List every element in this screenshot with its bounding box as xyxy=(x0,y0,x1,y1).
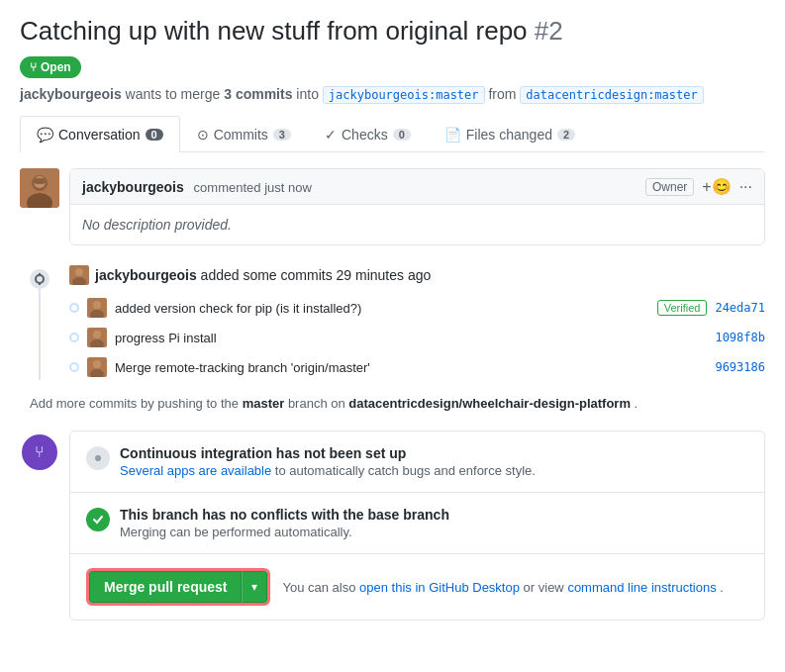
branch-check-title: This branch has no conflicts with the ba… xyxy=(120,507,748,523)
verified-badge-0: Verified xyxy=(657,300,708,316)
merge-button-highlight: Merge pull request ▾ xyxy=(86,568,270,606)
owner-badge: Owner xyxy=(645,178,694,196)
commits-section: jackybourgeois added some commits 29 min… xyxy=(20,265,765,380)
head-branch-tag: datacentricdesign:master xyxy=(520,86,703,104)
merge-author: jackybourgeois wants to merge 3 commits … xyxy=(20,86,704,102)
tab-files-changed[interactable]: 📄 Files changed 2 xyxy=(428,116,592,152)
avatar xyxy=(20,168,59,208)
comment-header: jackybourgeois commented just now Owner … xyxy=(70,169,764,205)
commit-sha-0[interactable]: 24eda71 xyxy=(715,301,765,315)
add-emoji-button[interactable]: +😊 xyxy=(702,177,731,196)
tab-commits[interactable]: ⊙ Commits 3 xyxy=(180,116,308,152)
ci-check-text: Continuous integration has not been set … xyxy=(120,445,748,478)
commit-message-0: added version check for pip (is it insta… xyxy=(115,301,649,316)
tab-checks[interactable]: ✓ Checks 0 xyxy=(308,116,428,152)
commits-author: jackybourgeois added some commits 29 min… xyxy=(95,267,431,283)
commit-message-1: progress Pi install xyxy=(115,331,707,345)
merge-note: You can also open this in GitHub Desktop… xyxy=(282,580,723,595)
branch-check-row: This branch has no conflicts with the ba… xyxy=(70,493,764,554)
commit-actions-1: 1098f8b xyxy=(715,331,765,344)
tab-conversation[interactable]: 💬 Conversation 0 xyxy=(20,116,180,152)
commit-row-2: Merge remote-tracking branch 'origin/mas… xyxy=(69,354,765,380)
merge-section: ⑂ Continuous integration has not been se… xyxy=(20,431,765,621)
dropdown-arrow-icon: ▾ xyxy=(251,580,257,594)
ci-check-title: Continuous integration has not been set … xyxy=(120,445,748,461)
svg-point-21 xyxy=(95,455,101,461)
ci-check-link[interactable]: Several apps are available xyxy=(120,463,271,478)
github-desktop-link[interactable]: open this in GitHub Desktop xyxy=(359,580,520,595)
commit-row-0: added version check for pip (is it insta… xyxy=(69,295,765,321)
commit-sha-2[interactable]: 9693186 xyxy=(715,360,765,374)
merge-checks-box: Continuous integration has not been set … xyxy=(69,431,765,621)
svg-point-9 xyxy=(75,268,83,276)
files-icon: 📄 xyxy=(444,127,461,143)
commit-list: added version check for pip (is it insta… xyxy=(69,295,765,380)
commit-message-2: Merge remote-tracking branch 'origin/mas… xyxy=(115,360,707,375)
commit-actions-2: 9693186 xyxy=(715,360,765,374)
ci-check-row: Continuous integration has not been set … xyxy=(70,432,764,493)
commit-dot-0 xyxy=(69,303,79,313)
tab-checks-label: Checks xyxy=(342,127,388,143)
comment-body: No description provided. xyxy=(70,205,764,244)
ci-check-icon xyxy=(86,446,110,470)
svg-point-15 xyxy=(93,331,101,338)
command-line-link[interactable]: command line instructions xyxy=(567,580,716,595)
tab-files-label: Files changed xyxy=(466,127,552,143)
svg-point-12 xyxy=(93,301,101,309)
repo-link[interactable]: datacentricdesign/wheelchair-design-plat… xyxy=(348,396,631,411)
merge-git-icon: ⑂ xyxy=(22,434,57,470)
tab-commits-label: Commits xyxy=(214,127,268,143)
merge-button-row: Merge pull request ▾ You can also open t… xyxy=(70,554,764,620)
commit-sha-1[interactable]: 1098f8b xyxy=(715,331,765,344)
commit-dot-2 xyxy=(69,362,79,372)
commits-content: jackybourgeois added some commits 29 min… xyxy=(69,265,765,380)
pr-subtitle: ⑂ Open jackybourgeois wants to merge 3 c… xyxy=(20,56,765,102)
open-badge: ⑂ Open xyxy=(20,56,81,78)
merge-btn-group: Merge pull request ▾ xyxy=(89,571,267,603)
commits-author-line: jackybourgeois added some commits 29 min… xyxy=(69,265,765,285)
commits-icon: ⊙ xyxy=(197,127,209,143)
ci-check-subtitle: Several apps are available to automatica… xyxy=(120,463,748,478)
merge-dropdown-button[interactable]: ▾ xyxy=(242,571,267,603)
comment-body-text: No description provided. xyxy=(82,217,232,233)
commit-actions-0: Verified 24eda71 xyxy=(657,300,765,316)
comment-author: jackybourgeois xyxy=(82,179,184,195)
commit-section-icon xyxy=(30,269,49,289)
comment-time: commented just now xyxy=(194,180,312,195)
checks-icon: ✓ xyxy=(325,127,337,143)
tab-checks-count: 0 xyxy=(393,129,411,141)
tab-conversation-count: 0 xyxy=(146,129,163,141)
comment-header-right: Owner +😊 ··· xyxy=(645,177,752,196)
svg-point-5 xyxy=(36,275,44,283)
tab-commits-count: 3 xyxy=(273,129,291,141)
merge-icon-col: ⑂ xyxy=(20,431,59,621)
timeline-left xyxy=(20,265,59,380)
comment-section: jackybourgeois commented just now Owner … xyxy=(20,168,765,245)
tabs-bar: 💬 Conversation 0 ⊙ Commits 3 ✓ Checks 0 … xyxy=(20,116,765,152)
commit-dot-1 xyxy=(69,333,79,342)
comment-author-info: jackybourgeois commented just now xyxy=(82,179,312,195)
pr-number: #2 xyxy=(535,16,563,46)
conversation-icon: 💬 xyxy=(37,127,53,143)
branch-check-icon xyxy=(86,508,110,531)
svg-point-18 xyxy=(93,360,101,368)
add-commits-note: Add more commits by pushing to the maste… xyxy=(20,396,765,411)
branch-check-text: This branch has no conflicts with the ba… xyxy=(120,507,748,539)
comment-box: jackybourgeois commented just now Owner … xyxy=(69,168,765,245)
commit-row-1: progress Pi install 1098f8b xyxy=(69,325,765,350)
tab-conversation-label: Conversation xyxy=(58,127,141,143)
more-options-button[interactable]: ··· xyxy=(739,178,752,196)
branch-check-subtitle: Merging can be performed automatically. xyxy=(120,525,748,539)
base-branch-tag: jackybourgeois:master xyxy=(323,86,485,104)
svg-rect-4 xyxy=(34,178,46,184)
timeline-line xyxy=(39,289,41,380)
pr-title: Catching up with new stuff from original… xyxy=(20,16,765,47)
merge-pull-request-button[interactable]: Merge pull request xyxy=(89,571,242,603)
pr-title-text: Catching up with new stuff from original… xyxy=(20,16,528,46)
tab-files-count: 2 xyxy=(557,129,575,141)
